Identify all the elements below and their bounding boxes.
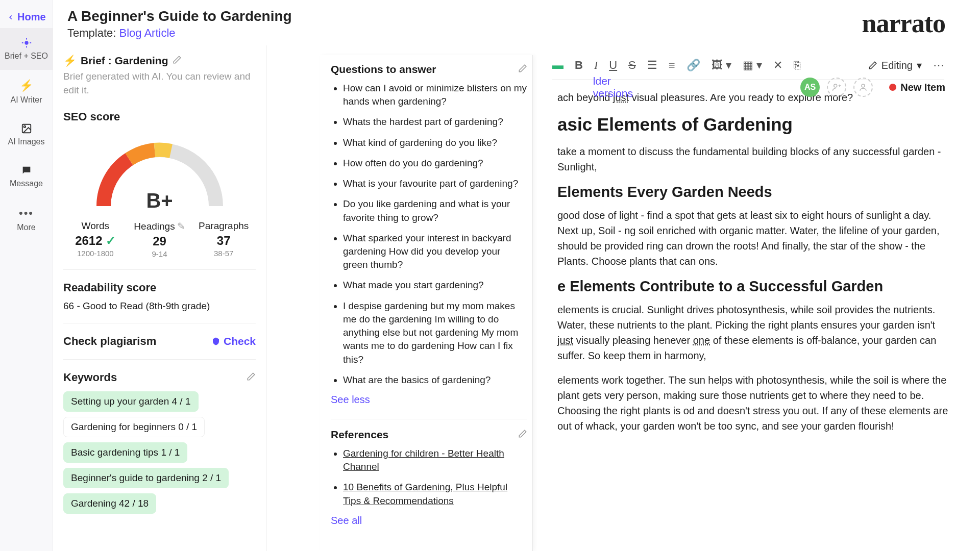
edit-brief-icon[interactable] [173,55,182,67]
keyword-chip[interactable]: Beginner's guide to gardening 2 / 1 [63,468,229,488]
svg-point-4 [862,84,865,87]
readability-text: 66 - Good to Read (8th-9th grade) [63,300,256,312]
nav-brief-seo[interactable]: Brief + SEO [0,28,53,70]
svg-point-2 [23,126,26,128]
titlebar: A Beginner's Guide to Gardening Template… [53,0,980,45]
reference-link[interactable]: 10 Benefits of Gardening, Plus Helpful T… [343,482,507,506]
home-link[interactable]: Home [0,0,53,28]
questions-heading: Questions to answer [331,63,527,76]
nav-ai-images[interactable]: AI Images [0,114,53,156]
highlight-icon[interactable]: ▬ [552,59,564,72]
questions-list: How can I avoid or minimize blisters on … [331,82,527,387]
logo: narrato [862,8,945,38]
editing-mode-dropdown[interactable]: Editing ▾ [868,59,922,71]
metric-words-label: Words [63,220,128,232]
brief-subtext: Brief generated with AI. You can review … [63,70,256,97]
bold-icon[interactable]: B [575,59,583,72]
question-item: I despise gardening but my mom makes me … [343,299,527,366]
bolt-icon: ⚡ [63,55,77,67]
keyword-chip[interactable]: Basic gardening tips 1 / 1 [63,442,187,463]
metric-headings-value: 29 [128,234,192,248]
seo-grade: B+ [146,189,173,212]
underline-icon[interactable]: U [609,59,617,72]
question-item: What sparked your interest in backyard g… [343,232,527,272]
question-item: What made you start gardening? [343,279,527,292]
edit-keywords-icon[interactable] [247,372,256,383]
paragraph[interactable]: elements work together. The sun helps wi… [557,372,949,434]
check-icon: ✓ [106,234,116,248]
older-versions-link[interactable]: lder versions [593,75,633,99]
link-icon[interactable]: 🔗 [687,59,700,72]
clear-format-icon[interactable]: ✕ [773,59,782,72]
add-assignee-icon[interactable] [853,78,873,97]
metric-paragraphs-value: 37 [191,234,256,248]
top-right-row: lder versions AS New Item [800,77,960,102]
brief-heading: ⚡ Brief : Gardening [63,55,256,67]
question-item: Whats the hardest part of gardening? [343,115,527,129]
template-link[interactable]: Blog Article [119,27,176,39]
edit-questions-icon[interactable] [518,63,527,76]
more-icon[interactable]: ⋯ [933,59,944,72]
check-plagiarism-button[interactable]: Check [211,335,256,347]
numbered-list-icon[interactable]: ≡ [669,59,675,72]
svg-point-0 [24,41,28,44]
strike-icon[interactable]: S [628,59,636,72]
add-collaborator-icon[interactable] [827,78,846,97]
metric-paragraphs-range: 38-57 [191,249,256,258]
bullet-list-icon[interactable]: ☰ [647,59,657,72]
status-badge[interactable]: New Item [889,82,945,93]
question-item: Do you like gardening and what is your f… [343,197,527,224]
seo-score-heading: SEO score [63,110,256,123]
keyword-chip[interactable]: Gardening 42 / 18 [63,493,156,514]
nav-more[interactable]: ••• More [0,197,53,241]
avatar[interactable]: AS [800,78,820,97]
question-item: How can I avoid or minimize blisters on … [343,82,527,108]
heading-3[interactable]: e Elements Contribute to a Successful Ga… [557,278,949,295]
keywords-list: Setting up your garden 4 / 1 Gardening f… [63,391,256,514]
reference-item: Gardening for children - Better Health C… [343,447,527,473]
page-title: A Beginner's Guide to Gardening [67,8,292,24]
question-item: What are the basics of gardening? [343,373,527,387]
readability-heading: Readability score [63,281,256,294]
metric-headings-range: 9-14 [128,249,192,258]
metric-words-value: 2612✓ [63,234,128,248]
metric-paragraphs-label: Paragraphs [191,220,256,232]
table-icon[interactable]: ▦ ▾ [743,59,762,72]
seo-gauge: B+ [83,130,236,216]
svg-point-3 [834,84,837,87]
see-less-link[interactable]: See less [331,394,527,406]
keywords-heading: Keywords [63,371,117,384]
italic-icon[interactable]: I [594,59,598,72]
question-item: What kind of gardening do you like? [343,136,527,149]
heading-3[interactable]: Elements Every Garden Needs [557,184,949,201]
paragraph[interactable]: elements is crucial. Sunlight drives pho… [557,302,949,363]
metric-words-range: 1200-1800 [63,249,128,258]
metric-headings-label: Headings✎ [128,220,192,232]
edit-references-icon[interactable] [518,429,527,441]
template-line: Template: Blog Article [67,27,292,40]
pencil-icon[interactable]: ✎ [177,220,185,232]
image-icon[interactable]: 🖼 ▾ [712,59,731,72]
references-heading: References [331,419,527,441]
references-list: Gardening for children - Better Health C… [331,447,527,508]
see-all-link[interactable]: See all [331,515,527,527]
status-dot-icon [889,84,896,91]
seo-metrics: Words 2612✓ 1200-1800 Headings✎ 29 9-14 … [63,220,256,258]
left-nav: Home Brief + SEO ⚡ AI Writer AI Images M… [0,0,53,551]
embed-icon[interactable]: ⎘ [794,59,800,72]
reference-link[interactable]: Gardening for children - Better Health C… [343,448,504,472]
plagiarism-heading: Check plagiarism [63,335,156,348]
questions-panel: Questions to answer How can I avoid or m… [320,55,533,551]
keyword-chip[interactable]: Gardening for beginners 0 / 1 [63,417,205,437]
document-body[interactable]: ach beyond just visual pleasures. Are yo… [557,90,949,434]
paragraph[interactable]: take a moment to discuss the fundamental… [557,144,949,174]
question-item: How often do you do gardening? [343,157,527,170]
reference-item: 10 Benefits of Gardening, Plus Helpful T… [343,481,527,507]
heading-2[interactable]: asic Elements of Gardening [557,114,949,135]
keyword-chip[interactable]: Setting up your garden 4 / 1 [63,391,199,412]
question-item: What is your favourite part of gardening… [343,177,527,190]
paragraph[interactable]: good dose of light - find a spot that ge… [557,208,949,269]
nav-message[interactable]: Message [0,156,53,197]
nav-ai-writer[interactable]: ⚡ AI Writer [0,70,53,114]
seo-panel: ⚡ Brief : Gardening Brief generated with… [53,45,266,551]
